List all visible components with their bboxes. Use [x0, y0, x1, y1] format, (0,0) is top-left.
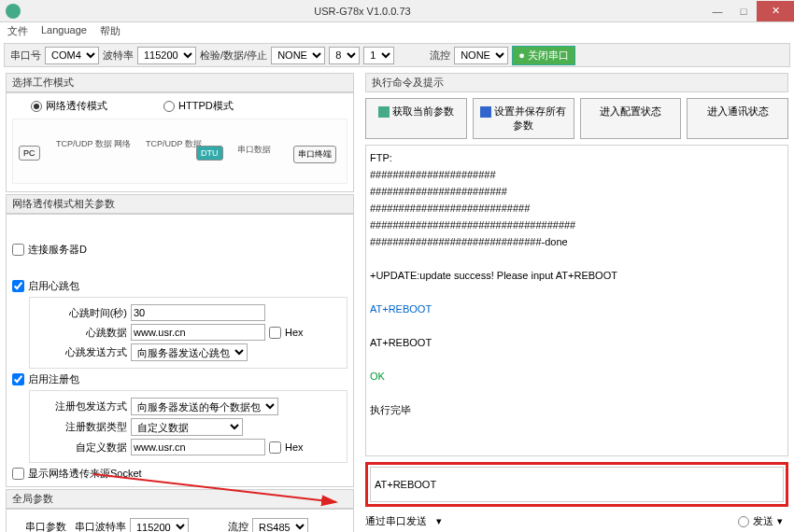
app-icon: [6, 4, 21, 19]
close-button[interactable]: ✕: [757, 1, 794, 21]
reg-send-select[interactable]: 向服务器发送的每个数据包: [131, 398, 278, 415]
port-label: 串口号: [10, 49, 41, 63]
sp-flow-select[interactable]: RS485: [252, 518, 308, 532]
radio-on-icon: [31, 101, 42, 112]
dia-serial: 串口数据: [237, 144, 271, 156]
serial-toolbar: 串口号 COM4 波特率 115200 检验/数据/停止 NONE 8 1 流控…: [4, 43, 790, 67]
dia-dtu: DTU: [196, 146, 223, 161]
flow-select[interactable]: NONE: [454, 47, 508, 64]
menubar: 文件 Language 帮助: [0, 22, 794, 41]
server-d-checkbox[interactable]: 连接服务器D: [12, 243, 347, 257]
sp-baud-select[interactable]: 115200: [130, 518, 189, 532]
heart-data-label: 心跳数据: [34, 326, 127, 340]
heart-send-label: 心跳发送方式: [34, 345, 127, 359]
global-group-title: 全局参数: [6, 489, 354, 509]
enter-config-button[interactable]: 进入配置状态: [580, 98, 682, 139]
custom-data-input[interactable]: [131, 439, 265, 455]
check-label: 检验/数据/停止: [200, 49, 267, 63]
window-title: USR-G78x V1.0.0.73: [21, 6, 704, 17]
baud-label: 波特率: [103, 49, 134, 63]
menu-language[interactable]: Language: [41, 24, 87, 39]
mode-net-radio[interactable]: 网络透传模式: [31, 99, 107, 113]
save-icon: [480, 106, 491, 118]
databits-select[interactable]: 8: [329, 47, 360, 64]
close-port-button[interactable]: ● 关闭串口: [512, 46, 575, 65]
dia-tcpudp1: TCP/UDP 数据: [56, 138, 112, 150]
menu-file[interactable]: 文件: [7, 24, 28, 39]
save-params-button[interactable]: 设置并保存所有参数: [473, 98, 574, 139]
send-icon: [738, 516, 749, 527]
params-group-title: 网络透传模式相关参数: [6, 194, 354, 214]
send-button[interactable]: 发送▾: [732, 512, 788, 530]
send-via-label[interactable]: 通过串口发送: [365, 514, 427, 528]
reg-type-label: 注册数据类型: [34, 420, 127, 434]
titlebar: USR-G78x V1.0.0.73 — □ ✕: [0, 0, 794, 22]
minimize-button[interactable]: —: [704, 1, 730, 21]
port-select[interactable]: COM4: [45, 47, 99, 64]
parity-select[interactable]: NONE: [271, 47, 325, 64]
serial-params-label: 串口参数: [12, 520, 66, 532]
enter-comm-button[interactable]: 进入通讯状态: [687, 98, 788, 139]
dia-pc: PC: [19, 146, 40, 161]
dia-term: 串口终端: [293, 146, 336, 163]
command-input[interactable]: [370, 467, 784, 502]
baud-select[interactable]: 115200: [137, 47, 196, 64]
sp-baud-label: 串口波特率: [70, 520, 126, 532]
stopbits-select[interactable]: 1: [363, 47, 394, 64]
flow-label: 流控: [430, 49, 450, 63]
heart-send-select[interactable]: 向服务器发送心跳包: [131, 343, 248, 361]
custom-hex-checkbox[interactable]: Hex: [269, 441, 304, 454]
mode-httpd-radio[interactable]: HTTPD模式: [163, 99, 234, 113]
mode-group-title: 选择工作模式: [6, 73, 354, 92]
maximize-button[interactable]: □: [730, 1, 757, 21]
mode-diagram: PC TCP/UDP 数据 网络 TCP/UDP 数据 DTU 串口数据 串口终…: [12, 119, 347, 184]
heart-data-input[interactable]: [131, 324, 265, 341]
heart-time-label: 心跳时间(秒): [34, 306, 127, 320]
radio-off-icon: [163, 101, 175, 112]
log-output[interactable]: FTP: ###################### ############…: [365, 145, 788, 456]
dropdown-icon[interactable]: ▾: [436, 515, 442, 527]
download-icon: [378, 106, 390, 118]
menu-help[interactable]: 帮助: [100, 24, 121, 39]
dia-tcpudp2: TCP/UDP 数据: [146, 138, 202, 150]
dropdown-icon: ▾: [777, 515, 783, 527]
sp-flow-label: 流控: [192, 520, 248, 532]
show-socket-checkbox[interactable]: 显示网络透传来源Socket: [12, 467, 347, 481]
command-group-title: 执行命令及提示: [365, 73, 788, 92]
custom-data-label: 自定义数据: [34, 441, 127, 455]
reg-send-label: 注册包发送方式: [34, 399, 127, 413]
register-enable-checkbox[interactable]: 启用注册包: [12, 372, 347, 386]
heartbeat-enable-checkbox[interactable]: 启用心跳包: [12, 279, 347, 293]
command-input-box: [365, 462, 788, 507]
dia-net: 网络: [114, 138, 131, 150]
heart-hex-checkbox[interactable]: Hex: [269, 327, 304, 339]
heart-time-input[interactable]: [131, 304, 265, 321]
get-params-button[interactable]: 获取当前参数: [365, 98, 467, 139]
reg-type-select[interactable]: 自定义数据: [131, 418, 243, 436]
